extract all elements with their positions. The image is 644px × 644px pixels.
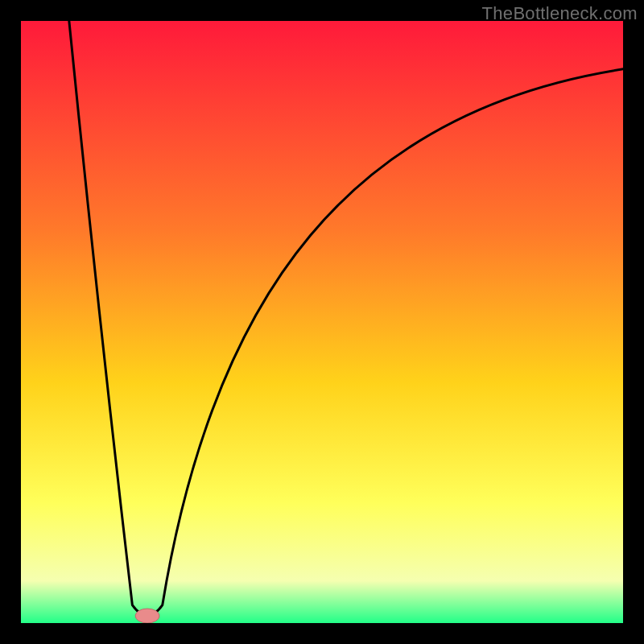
chart-frame: TheBottleneck.com (0, 0, 644, 644)
gradient-background (21, 21, 623, 623)
plot-area (21, 21, 623, 623)
minimum-marker (135, 609, 159, 623)
bottleneck-curve-chart (21, 21, 623, 623)
attribution-label: TheBottleneck.com (482, 3, 638, 24)
